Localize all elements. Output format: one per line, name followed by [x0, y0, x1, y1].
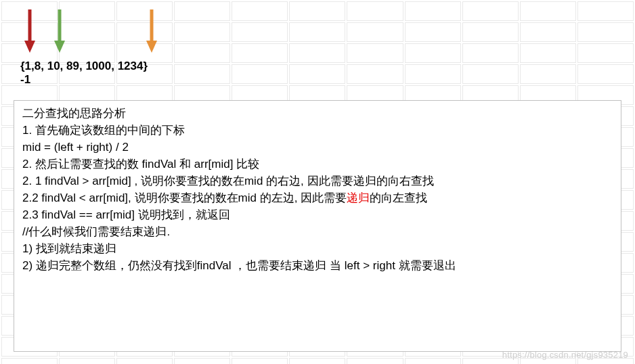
line-2: mid = (left + right) / 2 — [22, 139, 613, 156]
line-6: 2.3 findVal == arr[mid] 说明找到，就返回 — [22, 206, 613, 223]
arrow-red-icon — [23, 7, 37, 54]
arrow-green-icon — [53, 7, 66, 54]
line-5: 2.2 findVal < arr[mid], 说明你要查找的数在mid 的左边… — [22, 189, 613, 206]
svg-marker-1 — [24, 41, 35, 53]
svg-marker-3 — [54, 41, 65, 53]
line-4: 2. 1 findVal > arr[mid] , 说明你要查找的数在mid 的… — [22, 173, 613, 189]
line-3: 2. 然后让需要查找的数 findVal 和 arr[mid] 比较 — [22, 156, 613, 173]
watermark: https://blog.csdn.net/gjs935219 — [502, 350, 628, 360]
line-5-red: 递归 — [347, 191, 370, 204]
line-5-prefix: 2.2 findVal < arr[mid], 说明你要查找的数在mid 的左边… — [22, 191, 347, 204]
title: 二分查找的思路分析 — [22, 105, 613, 122]
explanation-textbox: 二分查找的思路分析 1. 首先确定该数组的中间的下标 mid = (left +… — [14, 100, 621, 352]
line-10: 2) 递归完整个数组，仍然没有找到findVal ，也需要结束递归 当 left… — [22, 257, 613, 274]
array-literal: {1,8, 10, 89, 1000, 1234} — [20, 60, 148, 72]
line-9: 1) 找到就结束递归 — [22, 240, 613, 257]
line-1: 1. 首先确定该数组的中间的下标 — [22, 122, 613, 139]
result-cell: -1 — [20, 73, 30, 87]
line-5-suffix: 的向左查找 — [370, 191, 427, 204]
line-8: //什么时候我们需要结束递归. — [22, 223, 613, 240]
svg-marker-5 — [146, 41, 157, 53]
result-value: -1 — [20, 73, 30, 86]
arrow-orange-icon — [145, 7, 158, 54]
array-cell: {1,8, 10, 89, 1000, 1234} — [20, 60, 148, 73]
